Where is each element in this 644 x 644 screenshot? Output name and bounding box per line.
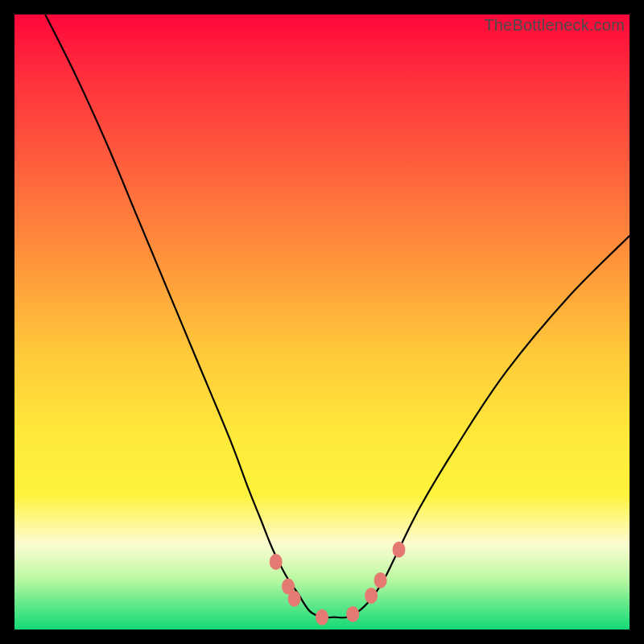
curve-marker: [393, 542, 406, 558]
curve-marker: [316, 609, 328, 625]
chart-plot-area: TheBottleneck.com: [14, 14, 630, 630]
curve-marker: [270, 554, 283, 570]
bottleneck-curve: [45, 14, 630, 617]
curve-marker: [346, 606, 359, 622]
curve-marker: [288, 591, 301, 607]
chart-frame: TheBottleneck.com: [0, 0, 644, 644]
curve-marker: [365, 588, 378, 604]
curve-markers: [270, 542, 406, 625]
chart-svg: [14, 14, 630, 630]
curve-marker: [374, 572, 387, 588]
